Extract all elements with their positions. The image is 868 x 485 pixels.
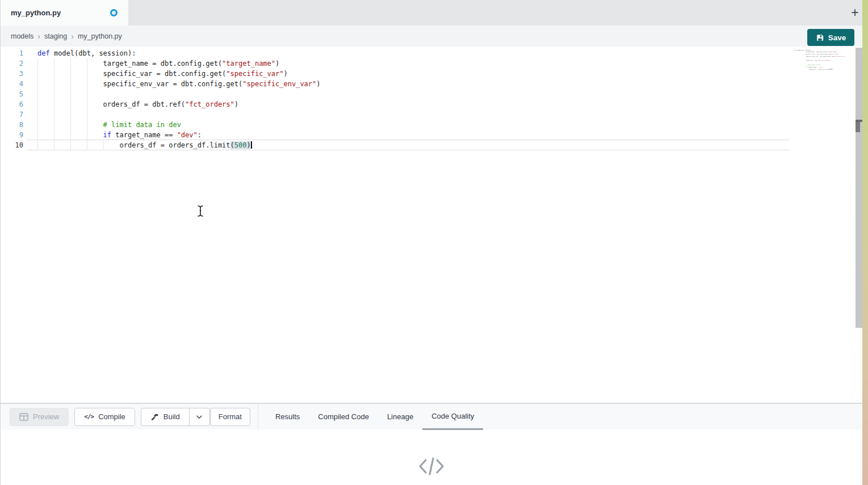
code-line[interactable]: # limit data in dev [37, 120, 321, 130]
code-line[interactable]: if target_name == "dev": [37, 130, 321, 140]
build-button[interactable]: Build [141, 408, 190, 426]
build-button-label: Build [163, 412, 180, 421]
window-edge-background [862, 0, 868, 485]
code-content[interactable]: def model(dbt, session): target_name = d… [27, 48, 321, 150]
ide-app: my_python.py + models › staging › my_pyt… [0, 0, 862, 485]
code-line[interactable]: specific_env_var = dbt.config.get("speci… [37, 79, 321, 89]
tab-code-quality[interactable]: Code Quality [422, 404, 483, 430]
breadcrumb-item-models[interactable]: models [11, 32, 33, 40]
tab-lineage[interactable]: Lineage [378, 404, 422, 430]
editor-gutter: 12345678910 [1, 48, 23, 150]
toolbar-divider [258, 404, 258, 430]
code-editor[interactable]: 12345678910 def model(dbt, session): tar… [1, 47, 862, 403]
format-button[interactable]: Format [210, 408, 250, 426]
line-number[interactable]: 3 [1, 69, 23, 79]
tab-filename: my_python.py [11, 9, 61, 17]
line-number[interactable]: 8 [1, 120, 23, 130]
chevron-down-icon [195, 413, 203, 421]
compile-button[interactable]: </> Compile [74, 408, 135, 426]
results-tab-bar: Results Compiled Code Lineage Code Quali… [266, 404, 483, 430]
breadcrumb: models › staging › my_python.py [1, 26, 862, 47]
code-line[interactable]: orders_df = orders_df.limit(500) [37, 140, 321, 150]
editor-scrollbar[interactable] [856, 48, 862, 328]
breadcrumb-item-staging[interactable]: staging [44, 32, 67, 40]
compile-button-label: Compile [98, 412, 125, 421]
line-number[interactable]: 2 [1, 58, 23, 69]
editor-minimap[interactable]: def model(dbt, session): target_name = d… [794, 49, 856, 123]
save-floppy-icon [816, 33, 824, 42]
hammer-icon [150, 412, 159, 421]
line-number[interactable]: 1 [1, 48, 23, 58]
code-icon [418, 456, 445, 484]
tab-results[interactable]: Results [266, 404, 309, 430]
mouse-ibeam-cursor-icon [197, 205, 204, 220]
preview-button-label: Preview [33, 412, 59, 421]
save-button-label: Save [828, 33, 846, 42]
editor-tab-strip: my_python.py + [1, 0, 862, 26]
results-panel [1, 429, 862, 484]
code-line[interactable]: specific_env_var = dbt.config.get("speci… [794, 55, 805, 57]
line-number[interactable]: 9 [1, 130, 23, 140]
line-number[interactable]: 7 [1, 109, 23, 120]
tab-compiled-code-label: Compiled Code [318, 412, 369, 421]
code-line[interactable]: specific_var = dbt.config.get("specific_… [37, 69, 321, 79]
breadcrumb-item-file[interactable]: my_python.py [78, 32, 122, 40]
line-number[interactable]: 4 [1, 79, 23, 89]
code-line[interactable]: def model(dbt, session): [37, 48, 321, 58]
code-line[interactable] [37, 89, 321, 99]
preview-button[interactable]: Preview [10, 408, 69, 426]
code-line[interactable]: orders_df = orders_df.limit(500) [794, 68, 805, 70]
text-caret [251, 141, 252, 149]
format-button-label: Format [219, 412, 242, 421]
line-number[interactable]: 5 [1, 89, 23, 99]
code-line[interactable]: orders_df = dbt.ref("fct_orders") [794, 60, 805, 62]
code-line[interactable]: orders_df = dbt.ref("fct_orders") [37, 99, 321, 109]
build-button-group: Build [141, 408, 210, 426]
code-line[interactable] [37, 109, 321, 120]
line-number[interactable]: 6 [1, 99, 23, 109]
ide-window: my_python.py + models › staging › my_pyt… [0, 0, 868, 485]
tab-my-python-py[interactable]: my_python.py [1, 0, 128, 26]
tab-results-label: Results [275, 412, 300, 421]
chevron-right-icon: › [71, 32, 74, 41]
code-line[interactable]: target_name = dbt.config.get("target_nam… [37, 58, 321, 69]
code-icon: </> [84, 413, 94, 420]
tab-lineage-label: Lineage [387, 412, 413, 421]
save-button[interactable]: Save [807, 29, 854, 46]
new-tab-button[interactable]: + [848, 5, 862, 20]
tab-code-quality-label: Code Quality [431, 412, 474, 420]
table-icon [19, 413, 28, 421]
editor-action-toolbar: Preview </> Compile Build [1, 403, 862, 429]
chevron-right-icon: › [37, 32, 40, 41]
build-dropdown-button[interactable] [190, 408, 210, 426]
minimap-content: def model(dbt, session): target_name = d… [794, 49, 805, 70]
tab-compiled-code[interactable]: Compiled Code [309, 404, 378, 430]
unsaved-changes-dot-icon [110, 9, 118, 16]
scrollbar-thumb[interactable] [856, 122, 860, 132]
line-number[interactable]: 10 [1, 140, 23, 150]
